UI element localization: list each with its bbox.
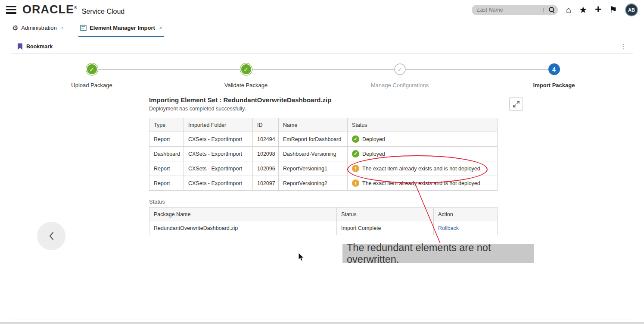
import-result-section: Importing Element Set : RedundantOverwri… xyxy=(149,96,514,235)
tab-administration[interactable]: ⚙ Administration × xyxy=(10,22,65,37)
flag-icon[interactable]: ⚑ xyxy=(609,5,617,14)
product-name: Service Cloud xyxy=(82,4,125,16)
table-row: Report CXSets - ExportImport 102096 Repo… xyxy=(149,161,498,176)
status-text: Deployed xyxy=(362,151,385,157)
home-icon[interactable]: ⌂ xyxy=(566,5,571,14)
step-label: Validate Package xyxy=(199,82,293,88)
package-status-table: Package Name Status Action RedundantOver… xyxy=(149,207,498,235)
cell-type: Report xyxy=(149,132,184,147)
cell-type: Report xyxy=(149,176,184,191)
expand-button[interactable] xyxy=(509,97,523,111)
col-header-id: ID xyxy=(253,118,279,132)
tab-bar: ⚙ Administration × Element Manager Impor… xyxy=(10,22,164,37)
bookmark-bar: Bookmark ⋮ xyxy=(11,39,633,54)
step-manage-configurations: ✓ Manage Configurations xyxy=(352,63,447,88)
col-header-type: Type xyxy=(149,118,184,132)
oracle-logo: ORACLE® xyxy=(22,4,78,16)
cell-name: Dashboard-Versioning xyxy=(279,147,348,161)
annotation-callout: The redundant elements are not overwritt… xyxy=(342,244,534,263)
top-header: ORACLE® Service Cloud ⋮ ⌂ ★ + ⚑ AB xyxy=(0,0,644,19)
warning-icon: ! xyxy=(352,179,359,187)
gear-icon: ⚙ xyxy=(12,24,18,32)
search-box[interactable]: ⋮ xyxy=(472,5,558,15)
step-complete-check-icon[interactable]: ✓ xyxy=(86,63,98,75)
bookmark-icon xyxy=(17,43,23,50)
step-complete-check-icon[interactable]: ✓ xyxy=(240,63,252,75)
favorites-star-icon[interactable]: ★ xyxy=(579,5,587,14)
cell-type: Report xyxy=(149,161,184,176)
step-import-package: 4 Import Package xyxy=(507,63,601,88)
registered-mark: ® xyxy=(74,6,78,10)
bottom-scrollbar[interactable] xyxy=(0,322,644,324)
step-label: Import Package xyxy=(507,82,601,88)
section-title: Importing Element Set : RedundantOverwri… xyxy=(149,96,514,104)
expand-icon xyxy=(513,101,520,107)
tab-label: Administration xyxy=(21,25,56,31)
step-upload-package: ✓ Upload Package xyxy=(44,63,139,88)
success-icon: ✓ xyxy=(352,150,359,157)
cell-name: ReportVersioning2 xyxy=(279,176,348,191)
cell-status: Import Complete xyxy=(337,221,434,235)
cell-folder: CXSets - ExportImport xyxy=(184,161,253,176)
bookmark-label: Bookmark xyxy=(26,44,53,50)
search-options-icon[interactable]: ⋮ xyxy=(541,6,546,13)
cell-status: ✓Deployed xyxy=(348,147,498,161)
cell-name: EmReport forDashboard xyxy=(279,132,348,147)
cell-folder: CXSets - ExportImport xyxy=(184,132,253,147)
cell-folder: CXSets - ExportImport xyxy=(184,147,253,161)
success-icon: ✓ xyxy=(352,135,359,143)
col-header-package-name: Package Name xyxy=(149,208,337,221)
stepper-connector-line xyxy=(92,69,554,70)
cell-id: 102098 xyxy=(253,147,279,161)
more-options-icon[interactable]: ⋮ xyxy=(620,43,627,50)
add-icon[interactable]: + xyxy=(595,3,601,15)
step-number-badge[interactable]: 4 xyxy=(548,63,560,75)
status-section-label: Status xyxy=(149,198,514,205)
cell-package-name: RedundantOverwriteDashboard.zip xyxy=(149,221,337,235)
imported-elements-table: Type Imported Folder ID Name Status Repo… xyxy=(149,118,498,191)
table-row: Report CXSets - ExportImport 102097 Repo… xyxy=(149,176,498,191)
table-header-row: Type Imported Folder ID Name Status xyxy=(149,118,498,132)
main-panel: Bookmark ⋮ ✓ Upload Package ✓ Validate P… xyxy=(11,39,633,320)
col-header-action: Action xyxy=(434,208,498,221)
step-incomplete-check-icon[interactable]: ✓ xyxy=(394,63,406,75)
cell-status: !The exact item already exists and is no… xyxy=(348,176,498,191)
cell-status: ✓Deployed xyxy=(348,132,498,147)
table-header-row: Package Name Status Action xyxy=(149,208,498,221)
warning-icon: ! xyxy=(352,165,359,172)
cell-id: 102494 xyxy=(253,132,279,147)
cell-id: 102097 xyxy=(253,176,279,191)
search-input[interactable] xyxy=(477,7,541,13)
cell-folder: CXSets - ExportImport xyxy=(184,176,253,191)
previous-step-button[interactable] xyxy=(37,222,65,250)
table-row: Dashboard CXSets - ExportImport 102098 D… xyxy=(149,147,498,161)
status-text: The exact item already exists and is not… xyxy=(362,180,480,186)
status-text: Deployed xyxy=(362,136,385,142)
section-subtitle: Deployment has completed successfully. xyxy=(149,106,514,112)
status-text: The exact item already exists and is not… xyxy=(362,166,480,172)
step-validate-package: ✓ Validate Package xyxy=(199,63,293,88)
user-avatar[interactable]: AB xyxy=(625,3,638,16)
col-header-status: Status xyxy=(337,208,434,221)
cell-id: 102096 xyxy=(253,161,279,176)
close-icon[interactable]: × xyxy=(61,25,64,30)
col-header-imported-folder: Imported Folder xyxy=(184,118,253,132)
tab-label: Element Manager Import xyxy=(90,25,155,31)
table-row: RedundantOverwriteDashboard.zip Import C… xyxy=(149,221,498,235)
cell-action: Rollback xyxy=(434,221,498,235)
cell-status: !The exact item already exists and is no… xyxy=(348,161,498,176)
col-header-name: Name xyxy=(279,118,348,132)
document-icon xyxy=(80,25,87,31)
chevron-left-icon xyxy=(49,232,54,240)
col-header-status: Status xyxy=(348,118,498,132)
menu-icon[interactable] xyxy=(6,6,16,14)
table-row: Report CXSets - ExportImport 102494 EmRe… xyxy=(149,132,498,147)
step-label: Upload Package xyxy=(44,82,139,88)
step-label: Manage Configurations xyxy=(352,82,447,88)
close-icon[interactable]: × xyxy=(159,25,162,30)
rollback-link[interactable]: Rollback xyxy=(438,225,459,231)
cell-type: Dashboard xyxy=(149,147,184,161)
search-icon[interactable] xyxy=(549,7,554,13)
tab-element-manager-import[interactable]: Element Manager Import × xyxy=(78,22,164,37)
cell-name: ReportVersioning1 xyxy=(279,161,348,176)
